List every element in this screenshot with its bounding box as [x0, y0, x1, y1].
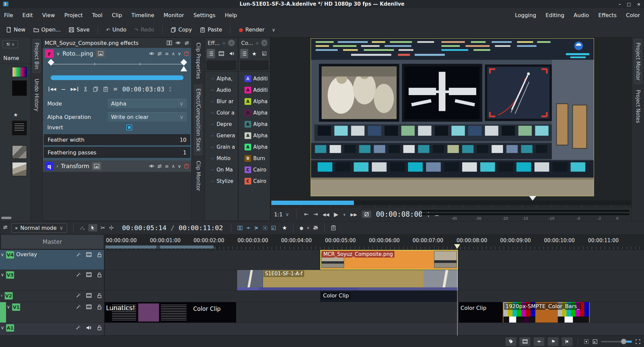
composition-item[interactable]: AAdditi — [238, 73, 270, 84]
effect-menu-icon[interactable]: ≡ — [165, 51, 169, 56]
menu-timeline[interactable]: Timeline — [131, 12, 154, 18]
razor-tool-icon[interactable]: ✂ — [101, 225, 105, 231]
collapse-track-icon[interactable]: ∨ — [1, 251, 4, 257]
feathering-passes-slider[interactable]: Feathering passes 1 — [44, 147, 190, 158]
expand-track-icon[interactable]: › — [1, 292, 3, 298]
keyframe-ramp-button[interactable] — [96, 50, 105, 58]
track-effects-wand-icon[interactable] — [76, 272, 81, 277]
hide-track-icon[interactable] — [86, 293, 92, 298]
clip-mcr-soyuz-composite[interactable]: MCR_Soyuz_Composite.png — [320, 250, 458, 270]
clip-color-clip-v1[interactable]: Color Clip — [459, 302, 503, 323]
spacer-tool-icon[interactable] — [109, 225, 114, 230]
track-effects-wand-icon[interactable] — [75, 325, 80, 330]
fit-zoom-to-project-icon[interactable] — [584, 339, 589, 344]
video-effects-button[interactable] — [217, 49, 225, 58]
show-markers-button[interactable] — [505, 337, 516, 346]
new-button[interactable]: New — [3, 25, 28, 34]
menu-monitor[interactable]: Monitor — [164, 12, 184, 18]
alpha-operation-select[interactable]: Write on clear∨ — [108, 112, 187, 122]
flag-button[interactable]: ⚑ — [548, 337, 558, 346]
lock-track-icon[interactable] — [97, 325, 102, 330]
monitor-seek-bar[interactable] — [271, 201, 631, 205]
track-effects-wand-icon[interactable] — [76, 252, 81, 257]
float-icon[interactable]: ◇ — [222, 41, 225, 45]
collapse-track-icon[interactable]: ∨ — [1, 324, 4, 330]
tab-project-notes[interactable]: Project Notes — [634, 86, 642, 127]
zone-mode-button[interactable] — [362, 211, 371, 218]
menu-edit[interactable]: Edit — [22, 12, 33, 18]
fast-forward-icon[interactable]: ▶▶ — [351, 212, 357, 217]
render-button[interactable]: ●Render — [236, 25, 267, 34]
minimize-button[interactable]: – — [619, 2, 621, 7]
collapse-track-icon[interactable]: ∨ — [1, 271, 4, 277]
bin-thumb-photo-2[interactable] — [12, 162, 27, 176]
effect-presets-icon[interactable] — [157, 52, 162, 56]
menu-clip[interactable]: Clip — [112, 12, 122, 18]
tab-effect-composition-stack[interactable]: Effect/Composition Stack — [194, 85, 202, 155]
copy-keyframes-icon[interactable] — [93, 86, 98, 92]
timeline-position-timecode[interactable]: 00:00:05:14 / 00:00:11:02 — [122, 224, 223, 232]
lock-track-icon[interactable] — [97, 304, 102, 309]
bin-thumb-black-clip[interactable] — [12, 80, 27, 96]
mute-track-icon[interactable] — [86, 325, 92, 331]
menu-view[interactable]: View — [42, 12, 55, 18]
track-lane-v4[interactable]: MCR_Soyuz_Composite.png — [105, 250, 644, 270]
effect-presets-icon[interactable] — [157, 164, 162, 168]
effect-enabled-eye-icon[interactable] — [149, 164, 154, 168]
monitor-playhead-marker[interactable] — [529, 196, 536, 201]
snap-button[interactable] — [562, 337, 573, 346]
effect-zone-bar[interactable] — [51, 75, 183, 80]
composition-item[interactable]: AAlpha — [238, 141, 270, 153]
effect-category[interactable]: ›–Grain a — [205, 141, 238, 153]
keyframe-ramp-button[interactable] — [92, 162, 101, 170]
track-badge-v1[interactable]: V1 — [12, 303, 20, 311]
close-icon[interactable]: × — [228, 40, 235, 46]
anchor-keyframe-icon[interactable] — [83, 86, 88, 92]
redo-button[interactable]: ↷Redo — [132, 25, 157, 34]
mix-clips-icon[interactable] — [237, 225, 243, 230]
delete-effect-icon[interactable] — [184, 163, 189, 169]
effect-category[interactable]: ›–On Ma — [205, 164, 238, 176]
tab-undo-history[interactable]: Undo History — [33, 75, 41, 115]
menu-settings[interactable]: Settings — [194, 12, 216, 18]
audio-mixer-icon[interactable] — [313, 225, 318, 230]
audio-effects-button[interactable] — [228, 49, 236, 58]
zoom-fit-icon[interactable] — [635, 339, 641, 344]
disable-snap-icon[interactable] — [79, 225, 85, 230]
track-badge-a1[interactable]: A1 — [6, 324, 14, 332]
composition-item[interactable]: AAlpha — [238, 107, 270, 119]
lock-track-icon[interactable] — [97, 293, 102, 298]
tab-clip-monitor[interactable]: Clip Monitor — [194, 157, 202, 195]
keyframe-ruler[interactable] — [51, 64, 184, 64]
effect-timecode[interactable]: 00:00:03:03 — [122, 85, 164, 93]
show-thumbnails-button[interactable] — [520, 337, 530, 346]
menu-project[interactable]: Project — [64, 12, 83, 18]
zone-end-icon[interactable]: ⇥ — [313, 212, 318, 217]
track-target-indicator[interactable] — [0, 302, 6, 323]
favorite-effects-icon[interactable]: ★ — [282, 224, 287, 231]
expand-icon[interactable]: › — [56, 164, 58, 168]
track-badge-v4[interactable]: V4 — [6, 251, 14, 259]
composition-item[interactable]: AAdditi — [238, 84, 270, 96]
track-badge-v2[interactable]: V2 — [5, 292, 13, 299]
lock-track-icon[interactable] — [97, 252, 102, 257]
effect-enabled-eye-icon[interactable] — [149, 52, 154, 56]
track-lane-v1[interactable]: Lunatics! Color Clip Color Clip 1920px-S… — [105, 302, 644, 323]
clip-color-clip-v2[interactable]: Color Clip — [320, 291, 458, 302]
track-header-v4[interactable]: ∨ V4 Overlay — [0, 250, 105, 270]
clip-s1e01-sf-1-a-f[interactable]: S1E01-SF-1-A-f — [237, 270, 458, 290]
bin-thumb-lunatics-card[interactable] — [12, 121, 27, 135]
composition-item[interactable]: CCairo — [238, 176, 270, 187]
monitor-timecode[interactable]: 00:00:08:00 — [376, 210, 423, 218]
move-effect-up-icon[interactable]: ∧ — [172, 164, 175, 168]
list-view-button[interactable] — [240, 49, 248, 58]
workspace-editing[interactable]: Editing — [546, 12, 565, 18]
download-button[interactable] — [260, 49, 268, 58]
invert-checkbox[interactable] — [126, 125, 132, 130]
rewind-icon[interactable]: ◀◀ — [323, 212, 329, 217]
workspace-effects[interactable]: Effects — [598, 12, 616, 18]
bin-name-column-header[interactable]: Name — [3, 55, 19, 61]
save-button[interactable]: Save — [66, 25, 92, 34]
timecode-spin-down[interactable]: ∨ — [169, 89, 171, 92]
remove-keyframe-button[interactable]: − — [61, 86, 66, 93]
